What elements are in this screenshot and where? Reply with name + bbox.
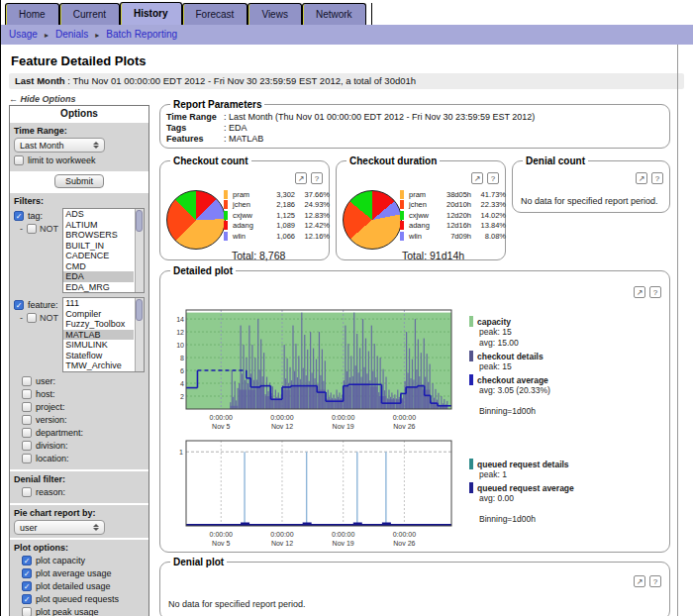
division-filter-row[interactable]: division: bbox=[22, 441, 145, 451]
export-icon[interactable]: ↗ bbox=[634, 575, 645, 587]
tag-filter-row[interactable]: tag: bbox=[14, 211, 58, 221]
listbox-option[interactable]: MATLAB bbox=[63, 330, 134, 341]
plot-average-usage-row[interactable]: plot average usage bbox=[22, 568, 145, 578]
location-checkbox[interactable] bbox=[22, 454, 32, 463]
help-icon[interactable]: ? bbox=[311, 172, 323, 184]
listbox-option[interactable]: Compiler bbox=[63, 309, 134, 320]
rp-features-label: Features bbox=[166, 134, 224, 145]
listbox-option[interactable]: BUILT_IN bbox=[63, 241, 134, 252]
detailed-plot-panel: Detailed plot ↗ ? 24681012140:00:00Nov 5… bbox=[159, 265, 670, 553]
export-icon[interactable]: ↗ bbox=[295, 172, 307, 184]
legend-row: wlin7d09h8.08% bbox=[400, 231, 506, 242]
plot-peak-usage-checkbox[interactable] bbox=[22, 607, 32, 616]
plot-options-label: Plot options: bbox=[14, 543, 145, 553]
tag-not-checkbox[interactable] bbox=[27, 224, 37, 234]
options-panel: Options Time Range: Last Month limit to … bbox=[9, 105, 149, 616]
location-filter-row[interactable]: location: bbox=[22, 454, 145, 463]
listbox-option[interactable]: ALTIUM bbox=[63, 220, 134, 231]
legend-row: adang12d16h13.84% bbox=[400, 221, 506, 232]
time-range-select[interactable]: Last Month bbox=[14, 138, 105, 153]
feature-not-row[interactable]: NOT bbox=[20, 313, 58, 323]
listbox-option[interactable]: SIMULINK bbox=[63, 340, 134, 351]
version-checkbox[interactable] bbox=[22, 415, 32, 425]
listbox-option[interactable]: 111 bbox=[63, 298, 134, 309]
reason-checkbox[interactable] bbox=[22, 487, 32, 497]
host-filter-row[interactable]: host: bbox=[22, 389, 145, 399]
version-filter-row[interactable]: version: bbox=[22, 415, 145, 425]
hide-options-link[interactable]: Hide Options bbox=[9, 94, 76, 104]
feature-listbox[interactable]: 111CompilerFuzzy_ToolboxMATLABSIMULINKSt… bbox=[62, 297, 145, 372]
svg-text:14: 14 bbox=[176, 316, 184, 323]
limit-workweek-checkbox[interactable] bbox=[14, 155, 24, 165]
tab-forecast[interactable]: Forecast bbox=[182, 3, 248, 25]
tag-label: tag: bbox=[28, 211, 43, 221]
listbox-option[interactable]: TMW_Archive bbox=[63, 360, 134, 371]
queued-chart-legend: queued request details peak: 1 queued re… bbox=[469, 457, 657, 524]
help-icon[interactable]: ? bbox=[649, 286, 661, 298]
limit-workweek-row[interactable]: limit to workweek bbox=[14, 155, 145, 165]
tag-listbox[interactable]: ADSALTIUMBROWSERSBUILT_INCADENCECMDEDAED… bbox=[62, 208, 145, 293]
help-icon[interactable]: ? bbox=[487, 172, 499, 184]
limit-workweek-label: limit to workweek bbox=[28, 155, 96, 165]
plot-queued-requests-checkbox[interactable] bbox=[22, 594, 32, 604]
tag-checkbox[interactable] bbox=[14, 211, 24, 221]
tab-views[interactable]: Views bbox=[248, 3, 302, 25]
host-checkbox[interactable] bbox=[22, 389, 32, 399]
tag-listbox-scrollbar[interactable] bbox=[135, 209, 144, 292]
project-checkbox[interactable] bbox=[22, 402, 32, 412]
division-checkbox[interactable] bbox=[22, 441, 32, 451]
tab-history[interactable]: History bbox=[120, 2, 181, 25]
listbox-option[interactable]: Stateflow bbox=[63, 351, 134, 361]
pie-report-label: Pie chart report by: bbox=[14, 508, 145, 518]
legend-swatch bbox=[224, 190, 228, 199]
plot-peak-usage-row[interactable]: plot peak usage bbox=[22, 607, 145, 616]
listbox-option[interactable]: EDA bbox=[63, 271, 134, 282]
feature-listbox-scrollbar[interactable] bbox=[135, 298, 144, 371]
user-filter-row[interactable]: user: bbox=[22, 376, 145, 386]
listbox-option[interactable]: Fuzzy_Toolbox bbox=[63, 319, 134, 330]
help-icon[interactable]: ? bbox=[649, 575, 661, 587]
listbox-option[interactable]: CADENCE bbox=[63, 251, 134, 261]
export-icon[interactable]: ↗ bbox=[634, 286, 645, 298]
feature-filter-row[interactable]: feature: bbox=[14, 300, 58, 310]
breadcrumb-denials[interactable]: Denials bbox=[55, 29, 88, 40]
legend-row: cxjww1,12512.83% bbox=[224, 210, 330, 221]
plot-capacity-row[interactable]: plot capacity bbox=[22, 556, 145, 565]
svg-text:Nov 5: Nov 5 bbox=[212, 540, 230, 547]
svg-text:0:00:00: 0:00:00 bbox=[210, 414, 233, 421]
plot-detailed-usage-checkbox[interactable] bbox=[22, 581, 32, 591]
department-checkbox[interactable] bbox=[22, 428, 32, 438]
submit-button[interactable]: Submit bbox=[54, 174, 104, 188]
department-filter-row[interactable]: department: bbox=[22, 428, 145, 438]
feature-checkbox[interactable] bbox=[14, 300, 24, 310]
legend-swatch bbox=[400, 232, 404, 241]
legend-row: jchen2,18624.93% bbox=[224, 200, 330, 211]
breadcrumb-usage[interactable]: Usage bbox=[9, 29, 38, 40]
listbox-option[interactable]: CMD bbox=[63, 261, 134, 272]
report-period-summary: Last Month : Thu Nov 01 00:00:00 EDT 201… bbox=[9, 73, 684, 89]
export-icon[interactable]: ↗ bbox=[471, 172, 483, 184]
breadcrumb-batch-reporting[interactable]: Batch Reporting bbox=[106, 29, 177, 40]
pie-report-select[interactable]: user bbox=[14, 520, 105, 535]
export-icon[interactable]: ↗ bbox=[636, 172, 647, 184]
tab-network[interactable]: Network bbox=[302, 3, 366, 25]
help-icon[interactable]: ? bbox=[651, 172, 663, 184]
division-label: division: bbox=[36, 441, 68, 451]
project-filter-row[interactable]: project: bbox=[22, 402, 145, 412]
location-label: location: bbox=[36, 454, 69, 463]
tag-not-row[interactable]: NOT bbox=[20, 224, 58, 234]
listbox-option[interactable]: EDA_MRG bbox=[63, 282, 134, 293]
plot-queued-requests-row[interactable]: plot queued requests bbox=[22, 594, 145, 604]
listbox-option[interactable]: ADS bbox=[63, 209, 134, 220]
svg-text:2: 2 bbox=[180, 393, 184, 400]
tab-current[interactable]: Current bbox=[59, 3, 120, 25]
plot-average-usage-checkbox[interactable] bbox=[22, 568, 32, 578]
reason-filter-row[interactable]: reason: bbox=[22, 487, 145, 497]
user-checkbox[interactable] bbox=[22, 376, 32, 386]
feature-not-checkbox[interactable] bbox=[27, 313, 37, 323]
tab-home[interactable]: Home bbox=[5, 3, 59, 25]
plot-capacity-checkbox[interactable] bbox=[22, 556, 32, 565]
listbox-option[interactable]: BROWSERS bbox=[63, 230, 134, 241]
svg-text:Nov 12: Nov 12 bbox=[271, 540, 293, 547]
plot-detailed-usage-row[interactable]: plot detailed usage bbox=[22, 581, 145, 591]
